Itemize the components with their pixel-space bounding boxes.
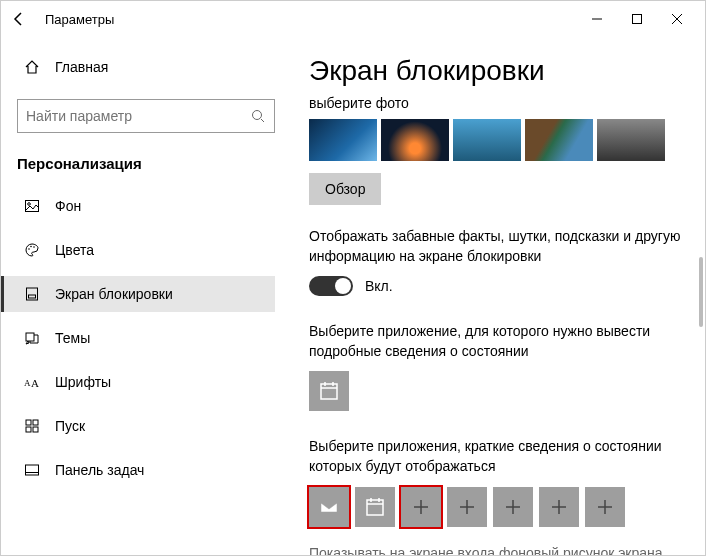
- toggle-state-label: Вкл.: [365, 278, 393, 294]
- lockscreen-icon: [23, 286, 41, 302]
- svg-text:A: A: [31, 377, 39, 389]
- quick-app-tile-add[interactable]: [401, 487, 441, 527]
- taskbar-icon: [23, 462, 41, 478]
- browse-button[interactable]: Обзор: [309, 173, 381, 205]
- choose-photo-label: выберите фото: [309, 95, 687, 111]
- svg-rect-20: [321, 384, 337, 399]
- nav-taskbar[interactable]: Панель задач: [17, 452, 275, 488]
- svg-line-3: [261, 119, 264, 122]
- search-input[interactable]: [26, 108, 250, 124]
- nav-themes[interactable]: Темы: [17, 320, 275, 356]
- photo-thumb[interactable]: [309, 119, 377, 161]
- sidebar: Главная Персонализация Фон Цвета Экран б…: [1, 37, 291, 555]
- search-icon: [250, 108, 266, 124]
- svg-rect-15: [33, 420, 38, 425]
- titlebar: Параметры: [1, 1, 705, 37]
- detailed-app-tile[interactable]: [309, 371, 349, 411]
- section-label: Персонализация: [17, 155, 275, 172]
- nav-label: Пуск: [55, 418, 85, 434]
- calendar-icon: [364, 496, 386, 518]
- detailed-app-label: Выберите приложение, для которого нужно …: [309, 322, 687, 361]
- maximize-button[interactable]: [617, 4, 657, 34]
- svg-text:A: A: [24, 378, 31, 388]
- plus-icon: [411, 497, 431, 517]
- svg-point-2: [253, 111, 262, 120]
- quick-app-tile-add[interactable]: [539, 487, 579, 527]
- svg-rect-10: [29, 295, 36, 298]
- main-content: Экран блокировки выберите фото Обзор Ото…: [291, 37, 705, 555]
- photo-thumb[interactable]: [381, 119, 449, 161]
- nav-lockscreen[interactable]: Экран блокировки: [1, 276, 275, 312]
- quick-app-tile-calendar[interactable]: [355, 487, 395, 527]
- photo-thumb[interactable]: [453, 119, 521, 161]
- nav-home[interactable]: Главная: [17, 49, 275, 85]
- back-button[interactable]: [9, 11, 29, 27]
- minimize-button[interactable]: [577, 4, 617, 34]
- search-box[interactable]: [17, 99, 275, 133]
- photo-thumb[interactable]: [597, 119, 665, 161]
- scrollbar-thumb[interactable]: [699, 257, 703, 327]
- quick-app-tile-mail[interactable]: [309, 487, 349, 527]
- nav-label: Шрифты: [55, 374, 111, 390]
- cutoff-text: Показывать на экране входа фоновый рисун…: [309, 545, 687, 555]
- svg-rect-11: [26, 333, 34, 341]
- nav-label: Фон: [55, 198, 81, 214]
- quick-app-tile-add[interactable]: [585, 487, 625, 527]
- nav-label: Главная: [55, 59, 108, 75]
- svg-rect-16: [26, 427, 31, 432]
- nav-label: Темы: [55, 330, 90, 346]
- calendar-icon: [318, 380, 340, 402]
- nav-fonts[interactable]: AA Шрифты: [17, 364, 275, 400]
- palette-icon: [23, 242, 41, 258]
- quick-apps-label: Выберите приложения, краткие сведения о …: [309, 437, 687, 476]
- nav-label: Цвета: [55, 242, 94, 258]
- plus-icon: [595, 497, 615, 517]
- svg-point-7: [30, 246, 32, 248]
- home-icon: [23, 59, 41, 75]
- quick-app-tile-add[interactable]: [447, 487, 487, 527]
- svg-point-5: [28, 203, 31, 206]
- photo-thumb[interactable]: [525, 119, 593, 161]
- plus-icon: [457, 497, 477, 517]
- plus-icon: [503, 497, 523, 517]
- mail-icon: [318, 496, 340, 518]
- fun-facts-label: Отображать забавные факты, шутки, подска…: [309, 227, 687, 266]
- nav-label: Экран блокировки: [55, 286, 173, 302]
- plus-icon: [549, 497, 569, 517]
- nav-background[interactable]: Фон: [17, 188, 275, 224]
- fonts-icon: AA: [23, 374, 41, 390]
- nav-colors[interactable]: Цвета: [17, 232, 275, 268]
- close-button[interactable]: [657, 4, 697, 34]
- svg-rect-18: [26, 465, 39, 475]
- window-title: Параметры: [45, 12, 114, 27]
- svg-rect-14: [26, 420, 31, 425]
- photo-thumbnails: [309, 119, 687, 161]
- svg-rect-17: [33, 427, 38, 432]
- fun-facts-toggle[interactable]: [309, 276, 353, 296]
- quick-app-tile-add[interactable]: [493, 487, 533, 527]
- svg-point-6: [28, 248, 30, 250]
- svg-point-8: [33, 246, 35, 248]
- picture-icon: [23, 198, 41, 214]
- nav-label: Панель задач: [55, 462, 144, 478]
- start-icon: [23, 418, 41, 434]
- themes-icon: [23, 330, 41, 346]
- svg-rect-1: [633, 15, 642, 24]
- svg-rect-27: [367, 500, 383, 515]
- page-title: Экран блокировки: [309, 55, 687, 87]
- nav-start[interactable]: Пуск: [17, 408, 275, 444]
